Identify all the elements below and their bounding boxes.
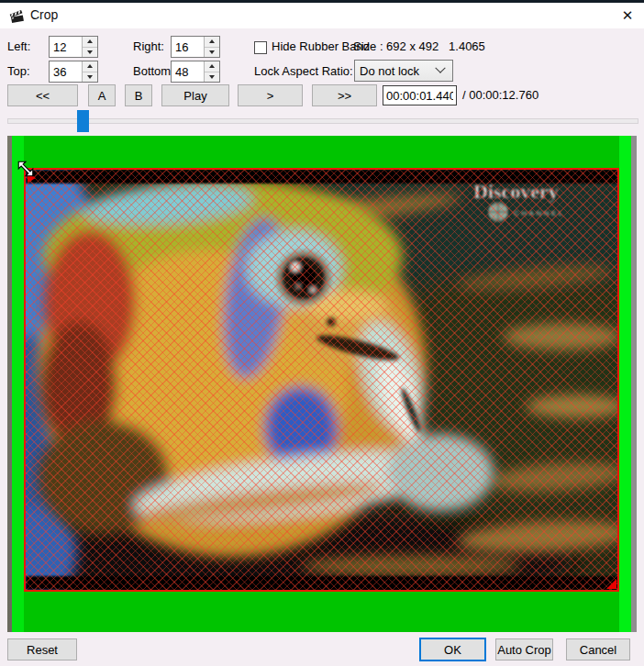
play-button[interactable]: Play: [161, 84, 229, 106]
top-spin-buttons[interactable]: [82, 61, 97, 82]
top-spinbox[interactable]: [49, 61, 98, 83]
video-preview[interactable]: Discovery CHANNEL: [7, 136, 637, 632]
spin-down-icon[interactable]: [83, 72, 97, 83]
seek-slider-track[interactable]: [7, 118, 638, 124]
bottom-spinbox[interactable]: [171, 61, 220, 83]
right-spinbox[interactable]: [171, 36, 220, 58]
crop-mask-right: [619, 136, 631, 632]
spin-down-icon[interactable]: [205, 48, 219, 58]
spin-up-icon[interactable]: [83, 61, 97, 72]
spin-down-icon[interactable]: [83, 48, 97, 58]
clapperboard-icon: [8, 7, 25, 24]
right-input[interactable]: [172, 37, 204, 57]
seek-back-button[interactable]: <<: [7, 84, 78, 106]
crop-rubber-band[interactable]: Discovery CHANNEL: [24, 168, 619, 592]
lock-aspect-value: Do not lock: [355, 64, 437, 78]
top-input[interactable]: [50, 61, 82, 82]
spin-up-icon[interactable]: [83, 37, 97, 48]
seek-slider-handle[interactable]: [77, 110, 89, 132]
lock-aspect-dropdown[interactable]: Do not lock: [354, 60, 453, 82]
left-label: Left:: [7, 36, 30, 58]
spin-up-icon[interactable]: [205, 61, 219, 72]
spin-up-icon[interactable]: [205, 37, 219, 48]
rubber-band-hatch-pattern: [26, 170, 617, 590]
titlebar[interactable]: Crop ✕: [0, 3, 644, 28]
ok-button[interactable]: OK: [419, 638, 486, 661]
bottom-spin-buttons[interactable]: [204, 61, 219, 82]
cancel-button[interactable]: Cancel: [566, 638, 630, 660]
top-label: Top:: [7, 61, 30, 83]
crop-mask-left: [12, 136, 24, 632]
lock-aspect-label: Lock Aspect Ratio:: [254, 61, 353, 83]
close-icon[interactable]: ✕: [616, 5, 639, 27]
left-input[interactable]: [50, 37, 82, 57]
crop-dialog: Crop ✕ Left: Right: Top: Bottom:: [0, 0, 644, 666]
left-spin-buttons[interactable]: [82, 37, 97, 57]
window-title: Crop: [30, 7, 58, 22]
step-forward-button[interactable]: >: [238, 84, 303, 106]
crop-handle-bottom-right[interactable]: [606, 579, 616, 589]
mark-b-button[interactable]: B: [125, 84, 152, 106]
spin-down-icon[interactable]: [205, 72, 219, 83]
duration-text: / 00:00:12.760: [462, 84, 539, 106]
mark-a-button[interactable]: A: [88, 84, 116, 106]
right-spin-buttons[interactable]: [204, 37, 219, 57]
chevron-down-icon: [435, 63, 445, 73]
seek-forward-button[interactable]: >>: [312, 84, 377, 106]
left-spinbox[interactable]: [49, 36, 98, 58]
right-label: Right:: [133, 36, 164, 58]
resize-cursor-icon: [17, 160, 35, 178]
bottom-label: Bottom:: [133, 61, 174, 83]
current-time-input[interactable]: [383, 86, 456, 105]
bottom-input[interactable]: [172, 61, 204, 82]
hide-rubber-band-checkbox[interactable]: [254, 41, 267, 54]
current-time-field[interactable]: [383, 85, 457, 105]
video-edge-right: [631, 136, 637, 632]
auto-crop-button[interactable]: Auto Crop: [495, 638, 553, 660]
size-readout: Size : 692 x 492 1.4065: [353, 36, 485, 58]
reset-button[interactable]: Reset: [7, 638, 77, 660]
